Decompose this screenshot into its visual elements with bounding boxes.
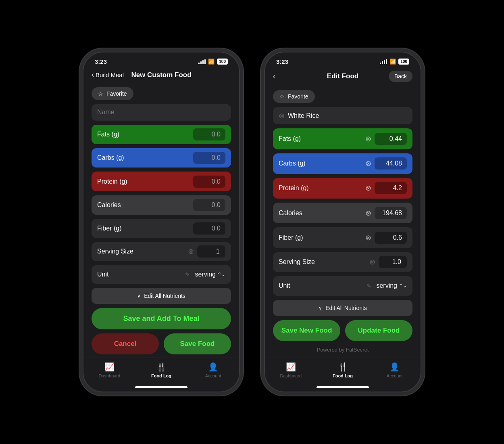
time-1: 3:23 <box>95 58 107 65</box>
protein-clear-icon-2[interactable]: ⊗ <box>365 184 371 193</box>
edit-nutrients-button-2[interactable]: ∨ Edit All Nutrients <box>273 300 412 316</box>
carbs-label-1: Carbs (g) <box>97 154 193 161</box>
tab-account-2[interactable]: 👤 Account <box>369 362 421 378</box>
carbs-clear-icon-2[interactable]: ⊗ <box>365 159 371 168</box>
home-indicator-2 <box>317 386 369 388</box>
protein-row-1: Protein (g) 0.0 <box>92 172 231 191</box>
back-right-button-2[interactable]: Back <box>389 71 412 82</box>
dashboard-label-1: Dashboard <box>98 373 120 378</box>
nav-title-1: New Custom Food <box>131 71 191 79</box>
protein-input-1[interactable]: 0.0 <box>193 176 225 188</box>
protein-input-2[interactable]: 4.2 <box>375 182 407 194</box>
unit-edit-icon-2[interactable]: ✎ <box>367 283 371 289</box>
carbs-input-1[interactable]: 0.0 <box>193 152 225 164</box>
fats-input-1[interactable]: 0.0 <box>193 128 225 140</box>
favorite-label-2: Favorite <box>288 93 308 100</box>
serving-input-1[interactable]: 1 <box>197 245 225 258</box>
foodlog-icon-1: 🍴 <box>156 362 167 372</box>
foodlog-label-1: Food Log <box>151 373 171 378</box>
time-2: 3:23 <box>276 58 288 65</box>
wifi-icon-2: 📶 <box>389 59 396 65</box>
favorite-label-1: Favorite <box>106 90 127 97</box>
protein-value-2: 4.2 <box>393 184 402 191</box>
tab-account-1[interactable]: 👤 Account <box>187 362 239 378</box>
unit-selector-2[interactable]: serving ⌃⌄ <box>376 282 407 289</box>
fats-row-2: Fats (g) ⊗ 0.44 <box>273 128 412 149</box>
name-input-1[interactable] <box>97 109 225 116</box>
home-indicator-1 <box>135 386 187 388</box>
back-button-1[interactable]: ‹ Build Meal <box>92 71 124 79</box>
name-clear-icon-2[interactable]: ⊗ <box>279 111 285 120</box>
tab-bar-1: 📈 Dashboard 🍴 Food Log 👤 Account <box>83 358 239 386</box>
star-icon-1: ☆ <box>98 90 103 97</box>
fiber-label-2: Fiber (g) <box>279 234 365 241</box>
unit-selector-1[interactable]: serving ⌃⌄ <box>195 271 225 278</box>
content-2: ☆ Favorite ⊗ White Rice Fats (g) ⊗ 0.44 … <box>265 87 421 358</box>
nav-bar-2: ‹ Edit Food Back <box>265 67 421 87</box>
serving-input-2[interactable]: 1.0 <box>379 256 407 268</box>
name-field-2[interactable]: ⊗ White Rice <box>273 107 412 124</box>
serving-value-1: 1 <box>216 248 220 255</box>
status-bar-2: 3:23 📶 100 <box>265 52 421 67</box>
tab-dashboard-1[interactable]: 📈 Dashboard <box>83 362 135 378</box>
foodlog-label-2: Food Log <box>333 373 353 378</box>
back-chevron-icon-2: ‹ <box>273 72 275 81</box>
unit-edit-icon-1[interactable]: ✎ <box>185 271 190 278</box>
save-food-button[interactable]: Save Food <box>164 333 231 354</box>
fiber-input-2[interactable]: 0.6 <box>375 232 407 244</box>
dashboard-icon-1: 📈 <box>104 362 115 372</box>
fats-value-2: 0.44 <box>389 135 402 142</box>
favorite-button-2[interactable]: ☆ Favorite <box>273 90 315 103</box>
status-bar-1: 3:23 📶 100 <box>83 52 239 67</box>
save-add-meal-button[interactable]: Save and Add To Meal <box>92 308 231 329</box>
calories-value-2: 194.68 <box>382 209 402 216</box>
unit-value-1: serving <box>195 271 216 278</box>
tab-dashboard-2[interactable]: 📈 Dashboard <box>265 362 317 378</box>
unit-chevron-icon-1: ⌃⌄ <box>217 272 225 277</box>
fats-row-1: Fats (g) 0.0 <box>92 125 231 144</box>
nav-bar-1: ‹ Build Meal New Custom Food <box>83 67 239 84</box>
content-1: ☆ Favorite Fats (g) 0.0 Carbs (g) 0.0 <box>83 84 239 358</box>
fats-clear-icon-2[interactable]: ⊗ <box>365 134 371 143</box>
carbs-row-1: Carbs (g) 0.0 <box>92 148 231 168</box>
serving-row-2: Serving Size ⊗ 1.0 <box>273 252 412 272</box>
fiber-clear-icon-2[interactable]: ⊗ <box>365 233 371 242</box>
calories-input-2[interactable]: 194.68 <box>375 207 407 219</box>
fiber-input-1[interactable]: 0.0 <box>193 222 225 235</box>
tab-foodlog-1[interactable]: 🍴 Food Log <box>135 362 187 378</box>
unit-label-2: Unit <box>279 282 367 289</box>
edit-nutrients-label-2: Edit All Nutrients <box>325 305 367 311</box>
dashboard-label-2: Dashboard <box>280 373 302 378</box>
serving-clear-icon-2[interactable]: ⊗ <box>369 258 375 266</box>
name-field-1[interactable] <box>92 104 231 121</box>
unit-value-2: serving <box>376 282 397 289</box>
calories-label-1: Calories <box>97 201 193 209</box>
save-new-food-button[interactable]: Save New Food <box>273 320 340 341</box>
fats-value-1: 0.0 <box>212 131 221 138</box>
serving-clear-icon-1[interactable]: ⊗ <box>188 247 194 256</box>
fats-input-2[interactable]: 0.44 <box>375 133 407 145</box>
protein-row-2: Protein (g) ⊗ 4.2 <box>273 178 412 199</box>
update-food-button[interactable]: Update Food <box>345 320 412 341</box>
account-label-1: Account <box>205 373 221 378</box>
fiber-value-1: 0.0 <box>212 225 221 232</box>
account-label-2: Account <box>387 373 403 378</box>
action-buttons-row-2: Save New Food Update Food <box>273 320 412 341</box>
back-button-2[interactable]: ‹ <box>273 72 275 81</box>
phone-edit-food: 3:23 📶 100 ‹ Edit Food Back <box>264 52 421 392</box>
battery-1: 100 <box>217 59 228 65</box>
action-buttons-row-1: Cancel Save Food <box>92 333 231 354</box>
fiber-row-1: Fiber (g) 0.0 <box>92 219 231 238</box>
nav-title-2: Edit Food <box>327 72 358 80</box>
unit-row-1: Unit ✎ serving ⌃⌄ <box>92 265 231 284</box>
serving-row-1: Serving Size ⊗ 1 <box>92 242 231 261</box>
carbs-input-2[interactable]: 44.08 <box>375 157 407 170</box>
tab-foodlog-2[interactable]: 🍴 Food Log <box>317 362 369 378</box>
calories-clear-icon-2[interactable]: ⊗ <box>365 209 371 218</box>
cancel-button[interactable]: Cancel <box>92 333 159 354</box>
favorite-button-1[interactable]: ☆ Favorite <box>92 87 133 100</box>
calories-input-1[interactable]: 0.0 <box>193 199 225 211</box>
calories-value-1: 0.0 <box>212 201 221 208</box>
carbs-value-2: 44.08 <box>386 160 402 167</box>
edit-nutrients-button-1[interactable]: ∨ Edit All Nutrients <box>92 288 231 304</box>
